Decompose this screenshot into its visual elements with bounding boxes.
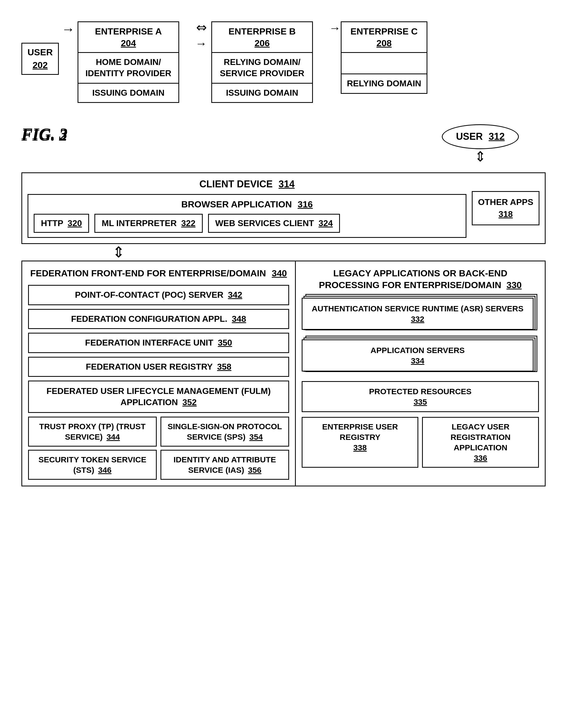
sso-protocol-box: SINGLE-SIGN-ON PROTOCOL SERVICE (SPS) 35… bbox=[160, 417, 289, 447]
fig2-label: FIG. 2 bbox=[21, 126, 67, 145]
fig3-diagram: FIG. 3 USER 312 ⇕ CLIENT DEVICE 314 BROW… bbox=[21, 124, 546, 486]
enterprise-user-registry-box: ENTERPRISE USER REGISTRY 338 bbox=[302, 417, 419, 468]
fig3-user-oval: USER 312 bbox=[442, 124, 519, 149]
ml-interpreter-box: ML INTERPRETER 322 bbox=[94, 214, 203, 233]
federation-config-box: FEDERATION CONFIGURATION APPL. 348 bbox=[28, 309, 289, 329]
fig2-enterprise-b-header: ENTERPRISE B 206 bbox=[212, 22, 312, 53]
fig2-arrow-1: → bbox=[61, 21, 75, 37]
federation-interface-box: FEDERATION INTERFACE UNIT 350 bbox=[28, 333, 289, 353]
legacy-bottom-row: ENTERPRISE USER REGISTRY 338 LEGACY USER… bbox=[302, 417, 539, 468]
other-apps-box: OTHER APPS 318 bbox=[472, 191, 539, 225]
fulm-box: FEDERATED USER LIFECYCLE MANAGEMENT (FUL… bbox=[28, 381, 289, 413]
web-services-client-box: WEB SERVICES CLIENT 324 bbox=[208, 214, 340, 233]
legacy-apps-title: LEGACY APPLICATIONS OR BACK-END PROCESSI… bbox=[302, 267, 539, 291]
browser-app-title: BROWSER APPLICATION 316 bbox=[34, 199, 460, 210]
federation-user-registry-box: FEDERATION USER REGISTRY 358 bbox=[28, 357, 289, 377]
fig2-enterprise-a-row1: HOME DOMAIN/IDENTITY PROVIDER bbox=[78, 53, 178, 83]
app-servers-stacked: APPLICATION SERVERS 334 bbox=[302, 339, 534, 371]
fig2-enterprise-a-header: ENTERPRISE A 204 bbox=[78, 22, 178, 53]
fig2-enterprise-b-row2: ISSUING DOMAIN bbox=[212, 84, 312, 102]
client-device-title: CLIENT DEVICE 314 bbox=[28, 179, 466, 190]
poc-server-box: POINT-OF-CONTACT (POC) SERVER 342 bbox=[28, 285, 289, 305]
fig2-enterprise-b-row1: RELYING DOMAIN/SERVICE PROVIDER bbox=[212, 53, 312, 83]
security-token-box: SECURITY TOKEN SERVICE (STS) 346 bbox=[28, 450, 157, 480]
federation-front-end-title: FEDERATION FRONT-END FOR ENTERPRISE/DOMA… bbox=[28, 267, 289, 279]
fig2-enterprise-b: ENTERPRISE B 206 RELYING DOMAIN/SERVICE … bbox=[211, 21, 313, 103]
fig2-enterprise-a-row2: ISSUING DOMAIN bbox=[78, 84, 178, 102]
http-box: HTTP 320 bbox=[34, 214, 89, 233]
fig2-user-box: USER 202 bbox=[21, 43, 59, 75]
protected-resources-box: PROTECTED RESOURCES 335 bbox=[302, 381, 539, 412]
legacy-user-reg-box: LEGACY USER REGISTRATION APPLICATION 336 bbox=[422, 417, 539, 468]
trust-proxy-box: TRUST PROXY (TP) (TRUST SERVICE) 344 bbox=[28, 417, 157, 447]
fig2-enterprise-c-row1 bbox=[342, 53, 427, 74]
fig2-user-label: USER bbox=[28, 46, 53, 59]
fig2-enterprise-c-row2: RELYING DOMAIN bbox=[342, 74, 427, 93]
fig2-user-number: 202 bbox=[33, 59, 48, 72]
fig2-enterprise-c: ENTERPRISE C 208 RELYING DOMAIN bbox=[341, 21, 427, 94]
fig2-diagram: USER 202 → ENTERPRISE A 204 HOME DOMAIN/… bbox=[21, 21, 546, 103]
fig2-enterprise-a: ENTERPRISE A 204 HOME DOMAIN/IDENTITY PR… bbox=[78, 21, 179, 103]
identity-attribute-box: IDENTITY AND ATTRIBUTE SERVICE (IAS) 356 bbox=[160, 450, 289, 480]
fig2-enterprise-c-header: ENTERPRISE C 208 bbox=[342, 22, 427, 53]
asr-servers-stacked: AUTHENTICATION SERVICE RUNTIME (ASR) SER… bbox=[302, 298, 534, 330]
